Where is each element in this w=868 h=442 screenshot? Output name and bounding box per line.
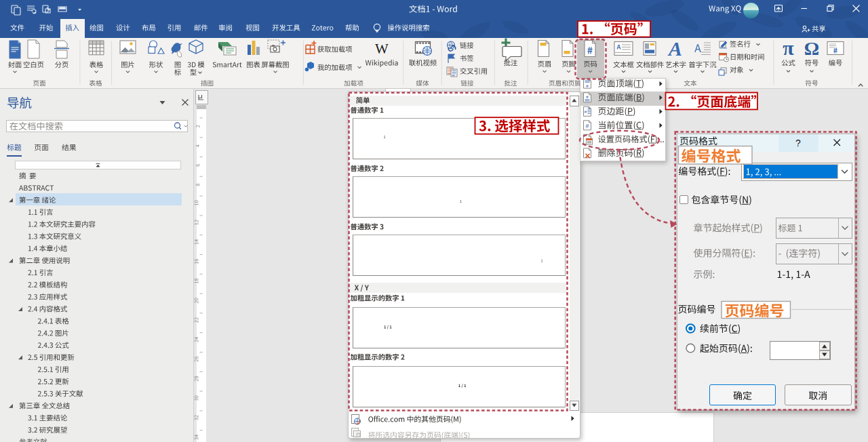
svg-text:#: # xyxy=(585,123,589,129)
svg-text:?: ? xyxy=(795,138,801,148)
